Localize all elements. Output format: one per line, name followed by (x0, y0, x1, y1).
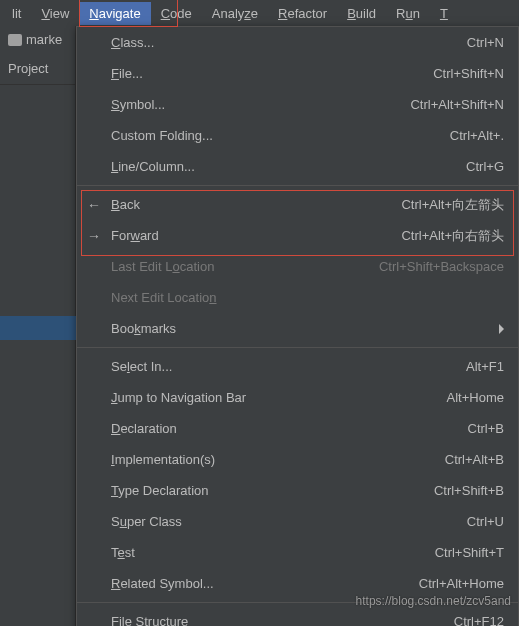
menu-label: Line/Column... (111, 159, 466, 174)
menu-item-test[interactable]: Test Ctrl+Shift+T (77, 537, 518, 568)
menu-item-next-edit: Next Edit Location (77, 282, 518, 313)
menu-analyze[interactable]: Analyze (202, 2, 268, 25)
menu-tools[interactable]: T (430, 2, 458, 25)
shortcut: Ctrl+Alt+Home (419, 576, 504, 591)
shortcut: Ctrl+Shift+B (434, 483, 504, 498)
menu-label: File... (111, 66, 433, 81)
menu-item-line-column[interactable]: Line/Column... Ctrl+G (77, 151, 518, 182)
menu-label: Type Declaration (111, 483, 434, 498)
separator (77, 347, 518, 348)
arrow-left-icon: ← (87, 197, 111, 213)
menu-item-custom-folding[interactable]: Custom Folding... Ctrl+Alt+. (77, 120, 518, 151)
menu-label: Super Class (111, 514, 467, 529)
menu-code[interactable]: Code (151, 2, 202, 25)
menu-item-implementations[interactable]: Implementation(s) Ctrl+Alt+B (77, 444, 518, 475)
shortcut: Ctrl+Alt+向左箭头 (401, 196, 504, 214)
menu-label: Last Edit Location (111, 259, 379, 274)
menu-label: Declaration (111, 421, 468, 436)
shortcut: Ctrl+F12 (454, 614, 504, 626)
separator (77, 185, 518, 186)
menu-label: Class... (111, 35, 467, 50)
menu-item-forward[interactable]: → Forward Ctrl+Alt+向右箭头 (77, 220, 518, 251)
menu-label: Implementation(s) (111, 452, 445, 467)
menu-item-class[interactable]: Class... Ctrl+N (77, 27, 518, 58)
arrow-right-icon: → (87, 228, 111, 244)
menu-item-select-in[interactable]: Select In... Alt+F1 (77, 351, 518, 382)
menu-label: Select In... (111, 359, 466, 374)
menu-item-last-edit: Last Edit Location Ctrl+Shift+Backspace (77, 251, 518, 282)
menu-item-symbol[interactable]: Symbol... Ctrl+Alt+Shift+N (77, 89, 518, 120)
chevron-right-icon (499, 324, 504, 334)
shortcut: Ctrl+Shift+Backspace (379, 259, 504, 274)
shortcut: Ctrl+U (467, 514, 504, 529)
menu-item-declaration[interactable]: Declaration Ctrl+B (77, 413, 518, 444)
menu-item-super-class[interactable]: Super Class Ctrl+U (77, 506, 518, 537)
menu-label: File Structure (111, 614, 454, 626)
folder-icon (8, 34, 22, 46)
menu-label: Forward (111, 228, 401, 243)
menu-navigate[interactable]: Navigate (79, 2, 150, 25)
watermark: https://blog.csdn.net/zcv5and (356, 594, 511, 608)
project-tab[interactable]: Project (0, 53, 75, 85)
menu-item-bookmarks[interactable]: Bookmarks (77, 313, 518, 344)
menu-build[interactable]: Build (337, 2, 386, 25)
menu-label: Test (111, 545, 435, 560)
menu-item-back[interactable]: ← Back Ctrl+Alt+向左箭头 (77, 189, 518, 220)
shortcut: Ctrl+Shift+T (435, 545, 504, 560)
menu-label: Back (111, 197, 401, 212)
menu-refactor[interactable]: Refactor (268, 2, 337, 25)
menu-label: Custom Folding... (111, 128, 450, 143)
left-item-label: marke (26, 32, 62, 47)
menu-label: Bookmarks (111, 321, 491, 336)
shortcut: Ctrl+Shift+N (433, 66, 504, 81)
project-tab-label: Project (8, 61, 48, 76)
menu-item-jump-nav-bar[interactable]: Jump to Navigation Bar Alt+Home (77, 382, 518, 413)
navigate-dropdown: Class... Ctrl+N File... Ctrl+Shift+N Sym… (76, 26, 519, 626)
menu-run[interactable]: Run (386, 2, 430, 25)
menu-item-file[interactable]: File... Ctrl+Shift+N (77, 58, 518, 89)
shortcut: Ctrl+G (466, 159, 504, 174)
shortcut: Alt+Home (447, 390, 504, 405)
menu-label: Related Symbol... (111, 576, 419, 591)
selection-strip (0, 316, 76, 340)
menu-label: Jump to Navigation Bar (111, 390, 447, 405)
menubar: lit View Navigate Code Analyze Refactor … (0, 0, 519, 26)
left-item-marke[interactable]: marke (0, 26, 75, 53)
shortcut: Alt+F1 (466, 359, 504, 374)
shortcut: Ctrl+Alt+Shift+N (410, 97, 504, 112)
shortcut: Ctrl+Alt+向右箭头 (401, 227, 504, 245)
menu-edit[interactable]: lit (2, 2, 31, 25)
menu-view[interactable]: View (31, 2, 79, 25)
menu-label: Next Edit Location (111, 290, 504, 305)
menu-label: Symbol... (111, 97, 410, 112)
shortcut: Ctrl+B (468, 421, 504, 436)
menu-item-file-structure[interactable]: File Structure Ctrl+F12 (77, 606, 518, 626)
shortcut: Ctrl+Alt+. (450, 128, 504, 143)
menu-item-type-declaration[interactable]: Type Declaration Ctrl+Shift+B (77, 475, 518, 506)
shortcut: Ctrl+Alt+B (445, 452, 504, 467)
shortcut: Ctrl+N (467, 35, 504, 50)
